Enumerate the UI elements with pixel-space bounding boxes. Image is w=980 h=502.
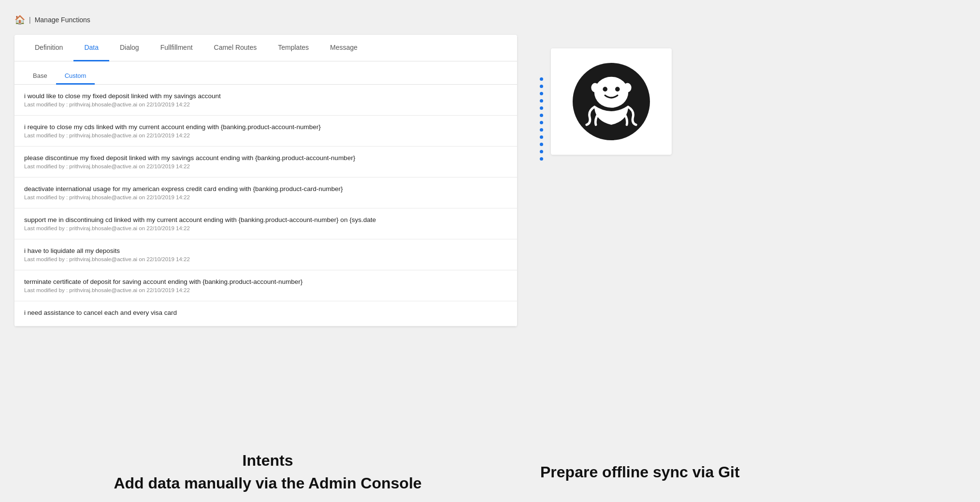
list-item-meta: Last modified by : prithviraj.bhosale@ac… xyxy=(24,163,507,169)
list-item-title: please discontinue my fixed deposit link… xyxy=(24,154,507,162)
list-item-title: i need assistance to cancel each and eve… xyxy=(24,309,507,316)
dot-decoration xyxy=(540,135,543,139)
sub-tabs: Base Custom xyxy=(14,61,517,85)
dot-decoration xyxy=(540,85,543,88)
bottom-section: Intents Add data manually via the Admin … xyxy=(0,437,980,502)
list-item-title: support me in discontinuing cd linked wi… xyxy=(24,216,507,223)
dot-decoration xyxy=(540,77,543,81)
dot-decoration xyxy=(540,121,543,124)
github-octocat-icon xyxy=(573,63,650,140)
list-item-title: deactivate international usage for my am… xyxy=(24,185,507,192)
svg-point-1 xyxy=(594,77,628,108)
list-item-title: i require to close my cds linked with my… xyxy=(24,123,507,131)
list-item-meta: Last modified by : prithviraj.bhosale@ac… xyxy=(24,225,507,231)
tab-templates[interactable]: Templates xyxy=(267,35,319,61)
dot-decoration xyxy=(540,150,543,153)
github-card xyxy=(551,48,672,155)
list-item[interactable]: please discontinue my fixed deposit link… xyxy=(14,147,517,177)
list-item[interactable]: i would like to close my fixed deposit l… xyxy=(14,85,517,116)
admin-console-subtitle: Add data manually via the Admin Console xyxy=(114,474,421,492)
list-item-meta: Last modified by : prithviraj.bhosale@ac… xyxy=(24,133,507,138)
list-item-title: i have to liquidate all my deposits xyxy=(24,247,507,254)
sub-tab-custom[interactable]: Custom xyxy=(56,68,95,85)
list-item-meta: Last modified by : prithviraj.bhosale@ac… xyxy=(24,256,507,262)
svg-point-4 xyxy=(591,83,599,92)
main-tabs: Definition Data Dialog Fullfillment Came… xyxy=(14,35,517,61)
dot-decoration xyxy=(540,114,543,117)
home-icon[interactable]: 🏠 xyxy=(14,15,25,25)
list-item[interactable]: support me in discontinuing cd linked wi… xyxy=(14,208,517,239)
breadcrumb: 🏠 | Manage Functions xyxy=(14,15,517,25)
tab-fulfillment[interactable]: Fullfillment xyxy=(150,35,203,61)
list-item[interactable]: i need assistance to cancel each and eve… xyxy=(14,301,517,326)
svg-point-3 xyxy=(615,87,620,92)
tab-data[interactable]: Data xyxy=(73,35,109,61)
bottom-right: Prepare offline sync via Git xyxy=(521,452,966,492)
list-item-title: terminate certificate of deposit for sav… xyxy=(24,278,507,285)
dot-decoration xyxy=(540,143,543,146)
dots-decoration xyxy=(532,10,551,428)
tab-message[interactable]: Message xyxy=(319,35,368,61)
list-item-meta: Last modified by : prithviraj.bhosale@ac… xyxy=(24,102,507,107)
intents-title: Intents xyxy=(243,452,293,470)
bottom-left: Intents Add data manually via the Admin … xyxy=(14,452,521,492)
dot-decoration xyxy=(540,128,543,132)
list-item-title: i would like to close my fixed deposit l… xyxy=(24,92,507,100)
dot-decoration xyxy=(540,106,543,110)
list-item[interactable]: deactivate international usage for my am… xyxy=(14,177,517,208)
tab-dialog[interactable]: Dialog xyxy=(109,35,150,61)
svg-point-5 xyxy=(624,83,632,92)
dot-decoration xyxy=(540,92,543,95)
svg-point-2 xyxy=(603,87,607,92)
breadcrumb-label: Manage Functions xyxy=(35,16,90,24)
git-sync-title: Prepare offline sync via Git xyxy=(540,463,740,481)
main-card: Definition Data Dialog Fullfillment Came… xyxy=(14,35,517,326)
dot-decoration xyxy=(540,157,543,161)
list-item-meta: Last modified by : prithviraj.bhosale@ac… xyxy=(24,194,507,200)
tab-camel-routes[interactable]: Camel Routes xyxy=(203,35,268,61)
tab-definition[interactable]: Definition xyxy=(24,35,73,61)
list-item[interactable]: terminate certificate of deposit for sav… xyxy=(14,270,517,301)
list-item[interactable]: i require to close my cds linked with my… xyxy=(14,116,517,147)
list-item[interactable]: i have to liquidate all my depositsLast … xyxy=(14,239,517,270)
breadcrumb-separator: | xyxy=(29,16,31,24)
sub-tab-base[interactable]: Base xyxy=(24,68,56,85)
list-item-meta: Last modified by : prithviraj.bhosale@ac… xyxy=(24,287,507,293)
dot-decoration xyxy=(540,99,543,103)
intents-list: i would like to close my fixed deposit l… xyxy=(14,85,517,326)
